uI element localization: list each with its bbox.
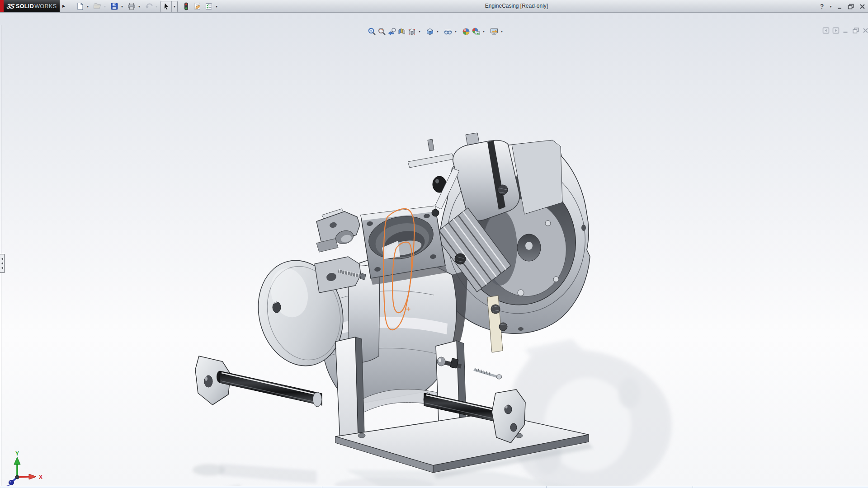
- orientation-triad[interactable]: Y X Z: [0, 451, 50, 488]
- hide-show-items-dropdown-arrow[interactable]: ▾: [453, 26, 458, 37]
- edit-appearance-button[interactable]: [461, 27, 471, 37]
- collapse-arrow-icon: [1, 258, 3, 260]
- options-checklist-icon: [205, 2, 213, 10]
- collapse-arrow-icon: [1, 267, 3, 269]
- zoom-to-area-icon: [377, 27, 387, 36]
- save-floppy-icon: [110, 2, 118, 10]
- previous-view-icon: [387, 27, 396, 36]
- solidworks-logo: 3S SOLID WORKS: [4, 0, 60, 12]
- open-folder-icon: [93, 2, 101, 10]
- view-orientation-button[interactable]: [407, 27, 417, 37]
- standard-toolbar: ▾ ▾ ▾: [75, 1, 221, 12]
- collapse-pane-left-button[interactable]: [822, 27, 830, 34]
- help-dropdown-arrow[interactable]: ▾: [829, 1, 833, 12]
- view-settings-dropdown-arrow[interactable]: ▾: [499, 26, 505, 37]
- brand-name-bold: SOLID: [16, 3, 34, 9]
- apply-scene-icon: [472, 27, 481, 36]
- collapse-arrow-icon: [1, 262, 3, 265]
- previous-view-button[interactable]: [387, 27, 397, 37]
- doc-restore-button[interactable]: [852, 27, 859, 34]
- open-document-button[interactable]: [92, 1, 102, 12]
- screen-edge-red-strip: [0, 0, 4, 12]
- traffic-light-icon: [182, 2, 190, 10]
- solidworks-app: { "window": { "title": "EngineCasing [Re…: [0, 0, 868, 488]
- view-settings-button[interactable]: [489, 27, 499, 37]
- restore-icon: [848, 4, 854, 9]
- window-controls: ? ▾: [817, 1, 867, 11]
- select-tool-button[interactable]: [161, 1, 171, 12]
- print-dropdown-arrow[interactable]: ▾: [137, 1, 142, 12]
- rebuild-button[interactable]: [181, 1, 191, 12]
- menu-flyout-arrow[interactable]: ▶: [61, 2, 67, 10]
- status-divider: [546, 486, 547, 488]
- view-orientation-dropdown-arrow[interactable]: ▾: [417, 26, 422, 37]
- triad-y-label: Y: [15, 451, 19, 457]
- floor-reflection-casing: [508, 339, 672, 488]
- display-style-dropdown-arrow[interactable]: ▾: [435, 26, 440, 37]
- doc-minimize-button[interactable]: [842, 27, 849, 34]
- undo-dropdown-arrow[interactable]: ▾: [154, 1, 159, 12]
- zoom-to-area-button[interactable]: [377, 27, 387, 37]
- new-document-button[interactable]: [75, 1, 85, 12]
- apply-scene-button[interactable]: [471, 27, 481, 37]
- heads-up-view-toolbar: ▾ ▾ ▾: [367, 26, 505, 37]
- appearance-sphere-icon: [462, 27, 471, 36]
- engine-casing-model[interactable]: [172, 126, 705, 488]
- file-properties-icon: [193, 2, 202, 10]
- window-titlebar[interactable]: 3S SOLID WORKS ▶ ▾ ▾: [0, 0, 868, 13]
- doc-restore-icon: [852, 27, 859, 34]
- document-window-controls: [822, 27, 868, 34]
- section-view-button[interactable]: [397, 27, 407, 37]
- left-brackets: [315, 209, 366, 293]
- select-dropdown-arrow[interactable]: ▾: [171, 1, 177, 12]
- pane-right-icon: [832, 27, 840, 34]
- save-dropdown-arrow[interactable]: ▾: [119, 1, 125, 12]
- minimize-button[interactable]: [835, 2, 844, 11]
- apply-scene-dropdown-arrow[interactable]: ▾: [481, 26, 486, 37]
- zoom-to-fit-icon: [368, 27, 377, 36]
- status-divider: [322, 486, 322, 488]
- undo-button[interactable]: [143, 1, 154, 12]
- threaded-studs: [474, 368, 502, 379]
- close-icon: [859, 4, 865, 9]
- pane-left-icon: [822, 27, 830, 34]
- view-orientation-cube-icon: [407, 27, 416, 36]
- zoom-to-fit-button[interactable]: [367, 27, 377, 37]
- print-button[interactable]: [126, 1, 137, 12]
- doc-close-button[interactable]: [862, 27, 868, 34]
- select-tool-group: ▾: [160, 1, 178, 12]
- eyeglasses-icon: [443, 27, 453, 36]
- select-cursor-icon: [162, 2, 170, 10]
- options-button[interactable]: [203, 1, 214, 12]
- printer-icon: [127, 2, 136, 10]
- options-dropdown-arrow[interactable]: ▾: [214, 1, 219, 12]
- doc-close-icon: [862, 27, 868, 34]
- help-button[interactable]: ?: [817, 2, 826, 11]
- save-button[interactable]: [109, 1, 119, 12]
- file-properties-button[interactable]: [192, 1, 203, 12]
- triad-x-label: X: [39, 474, 42, 480]
- view-settings-monitor-icon: [490, 27, 499, 36]
- status-divider: [693, 486, 693, 488]
- display-style-button[interactable]: [425, 27, 435, 37]
- new-dropdown-arrow[interactable]: ▾: [85, 1, 90, 12]
- collapse-pane-right-button[interactable]: [832, 27, 840, 34]
- new-document-icon: [76, 2, 84, 10]
- solidworks-glyph-icon: 3S: [6, 2, 14, 10]
- status-bar: [0, 486, 868, 488]
- brand-name-light: WORKS: [34, 3, 57, 9]
- window-title: EngineCasing [Read-only]: [470, 3, 563, 9]
- hide-show-items-button[interactable]: [443, 27, 453, 37]
- undo-arrow-icon: [145, 2, 153, 10]
- minimize-icon: [837, 4, 843, 9]
- section-view-icon: [397, 27, 406, 36]
- close-button[interactable]: [858, 2, 867, 11]
- open-dropdown-arrow[interactable]: ▾: [102, 1, 108, 12]
- doc-minimize-icon: [842, 27, 849, 34]
- collapsed-panel-tab[interactable]: [0, 254, 5, 273]
- graphics-viewport[interactable]: ▾ ▾ ▾: [0, 13, 868, 486]
- restore-button[interactable]: [846, 2, 855, 11]
- display-style-cube-icon: [425, 27, 434, 36]
